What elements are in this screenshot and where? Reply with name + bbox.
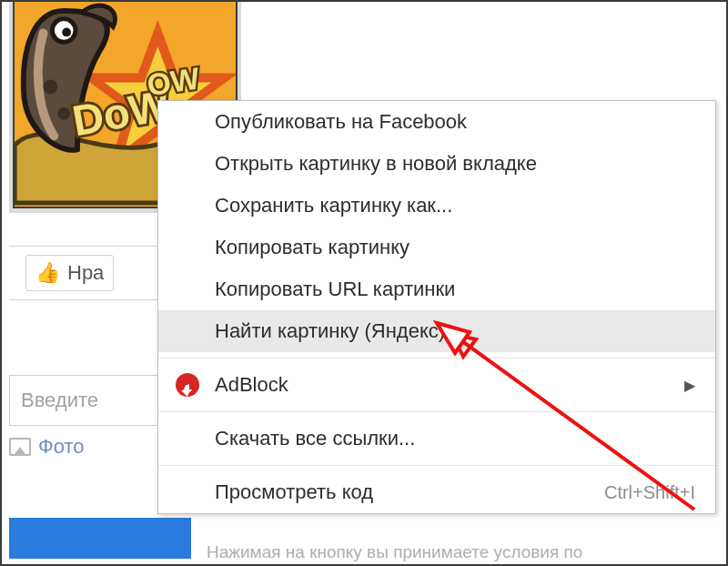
menu-item-label: Просмотреть код — [215, 480, 373, 504]
context-menu: Опубликовать на Facebook Открыть картинк… — [157, 100, 716, 514]
svg-point-4 — [62, 27, 71, 36]
menu-item-publish-facebook[interactable]: Опубликовать на Facebook — [158, 101, 715, 143]
chevron-right-icon: ▶ — [684, 377, 695, 394]
like-bar: 👍 Нра — [9, 246, 173, 300]
menu-item-save-as[interactable]: Сохранить картинку как... — [158, 185, 715, 227]
menu-item-label: Копировать URL картинки — [215, 278, 455, 301]
menu-separator — [158, 465, 715, 466]
svg-point-5 — [44, 79, 58, 94]
comment-input[interactable]: Введите — [9, 375, 173, 426]
comment-area: Введите Фото — [9, 375, 173, 459]
menu-item-label: Открыть картинку в новой вкладке — [215, 152, 537, 176]
thumbs-up-icon: 👍 — [35, 263, 60, 283]
menu-item-open-new-tab[interactable]: Открыть картинку в новой вкладке — [158, 143, 715, 185]
attach-photo[interactable]: Фото — [9, 435, 173, 459]
menu-item-label: Найти картинку (Яндекс) — [215, 319, 445, 343]
footer-text: Нажимая на кнопку вы принимаете условия … — [207, 542, 582, 562]
menu-item-shortcut: Ctrl+Shift+I — [604, 482, 695, 503]
menu-item-copy-image[interactable]: Копировать картинку — [158, 227, 715, 268]
menu-separator — [158, 358, 715, 359]
menu-item-label: AdBlock — [215, 373, 288, 397]
menu-item-label: Опубликовать на Facebook — [215, 110, 467, 134]
menu-item-adblock[interactable]: AdBlock ▶ — [158, 364, 715, 406]
adblock-icon — [175, 372, 200, 398]
submit-button[interactable] — [9, 518, 191, 559]
menu-item-download-links[interactable]: Скачать все ссылки... — [158, 418, 715, 460]
menu-item-copy-url[interactable]: Копировать URL картинки — [158, 268, 715, 310]
menu-item-label: Сохранить картинку как... — [215, 194, 452, 217]
menu-item-label: Копировать картинку — [215, 236, 410, 259]
like-label: Нра — [67, 261, 104, 285]
menu-item-label: Скачать все ссылки... — [215, 427, 415, 450]
photo-icon — [9, 438, 31, 456]
attach-photo-label: Фото — [38, 435, 85, 459]
menu-item-search-yandex[interactable]: Найти картинку (Яндекс) — [158, 310, 715, 352]
like-button[interactable]: 👍 Нра — [25, 255, 114, 291]
menu-item-inspect[interactable]: Просмотреть код Ctrl+Shift+I — [158, 471, 715, 513]
menu-separator — [158, 411, 715, 412]
svg-point-6 — [57, 107, 70, 120]
